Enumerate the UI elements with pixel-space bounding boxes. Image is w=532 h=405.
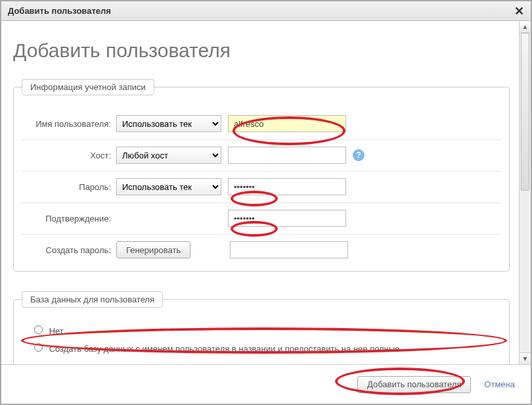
- generate-label: Создать пароль:: [24, 245, 116, 255]
- password-mode-select[interactable]: Использовать тек: [116, 178, 221, 195]
- row-password: Пароль: Использовать тек: [22, 171, 501, 202]
- confirm-label: Подтверждение:: [24, 214, 116, 224]
- username-mode-select[interactable]: Использовать тек: [116, 115, 221, 132]
- dialog-body: Добавить пользователя Информация учетной…: [1, 21, 521, 364]
- confirm-input[interactable]: [228, 210, 346, 227]
- host-input[interactable]: [228, 147, 346, 164]
- dialog-footer: Добавить пользователя Отмена: [1, 364, 531, 404]
- db-option-none[interactable]: Нет: [22, 321, 501, 339]
- row-host: Хост: Любой хост ?: [22, 139, 501, 171]
- scroll-down-icon[interactable]: ▼: [520, 352, 531, 364]
- database-legend: База данных для пользователя: [22, 291, 163, 308]
- host-label: Хост:: [24, 151, 116, 160]
- vertical-scrollbar[interactable]: ▲ ▼: [519, 21, 531, 364]
- row-username: Имя пользователя: Использовать тек: [22, 108, 501, 139]
- password-label: Пароль:: [24, 182, 116, 192]
- db-option-none-label: Нет: [49, 326, 64, 336]
- dialog-title: Добавить пользователя: [8, 6, 111, 16]
- username-label: Имя пользователя:: [24, 119, 116, 129]
- row-confirm: Подтверждение:: [22, 202, 501, 234]
- username-input[interactable]: [228, 115, 346, 132]
- password-input[interactable]: [228, 178, 346, 195]
- host-select[interactable]: Любой хост: [116, 147, 221, 164]
- db-radio-none[interactable]: [34, 325, 43, 334]
- account-info-legend: Информация учетной записи: [22, 79, 154, 95]
- db-option-create-label: Создать базу данных с именем пользовател…: [49, 344, 400, 354]
- generated-password-output[interactable]: [230, 241, 348, 258]
- help-icon[interactable]: ?: [353, 149, 365, 161]
- submit-button[interactable]: Добавить пользователя: [357, 376, 471, 393]
- generate-button[interactable]: Генерировать: [116, 241, 190, 258]
- close-icon[interactable]: ✕: [514, 4, 524, 18]
- scroll-up-icon[interactable]: ▲: [520, 21, 531, 33]
- page-title: Добавить пользователя: [13, 39, 510, 62]
- cancel-link[interactable]: Отмена: [484, 379, 515, 389]
- dialog-titlebar: Добавить пользователя ✕: [1, 1, 531, 21]
- account-info-section: Информация учетной записи Имя пользовате…: [13, 79, 510, 272]
- db-option-create[interactable]: Создать базу данных с именем пользовател…: [22, 339, 501, 356]
- db-radio-create[interactable]: [34, 343, 43, 352]
- database-section: База данных для пользователя Нет Создать…: [13, 291, 510, 364]
- scroll-thumb[interactable]: [521, 33, 529, 191]
- row-generate: Создать пароль: Генерировать: [22, 234, 501, 266]
